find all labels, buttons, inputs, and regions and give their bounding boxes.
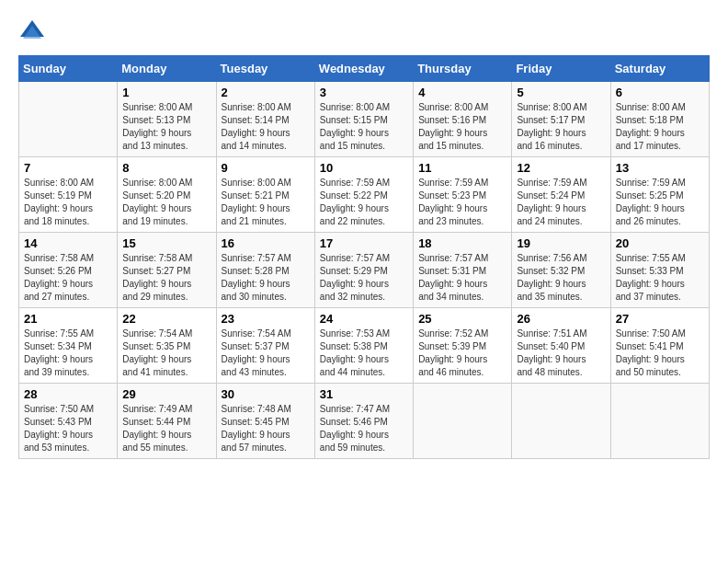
day-number: 22 xyxy=(122,312,210,326)
calendar-cell: 13Sunrise: 7:59 AM Sunset: 5:25 PM Dayli… xyxy=(610,157,709,233)
day-info: Sunrise: 7:48 AM Sunset: 5:45 PM Dayligh… xyxy=(222,403,310,454)
day-number: 1 xyxy=(122,86,210,99)
calendar-cell: 7Sunrise: 8:00 AM Sunset: 5:19 PM Daylig… xyxy=(19,157,118,233)
calendar-cell: 22Sunrise: 7:54 AM Sunset: 5:35 PM Dayli… xyxy=(118,308,216,384)
day-info: Sunrise: 8:00 AM Sunset: 5:20 PM Dayligh… xyxy=(122,177,210,228)
day-number: 27 xyxy=(616,312,704,326)
day-info: Sunrise: 7:59 AM Sunset: 5:24 PM Dayligh… xyxy=(517,177,605,228)
calendar-cell: 10Sunrise: 7:59 AM Sunset: 5:22 PM Dayli… xyxy=(314,157,413,233)
calendar-cell: 12Sunrise: 7:59 AM Sunset: 5:24 PM Dayli… xyxy=(512,157,610,233)
day-number: 21 xyxy=(24,312,112,326)
calendar-cell: 2Sunrise: 8:00 AM Sunset: 5:14 PM Daylig… xyxy=(216,82,314,157)
day-number: 2 xyxy=(222,86,310,99)
calendar-cell: 20Sunrise: 7:55 AM Sunset: 5:33 PM Dayli… xyxy=(610,233,709,308)
calendar-cell: 17Sunrise: 7:57 AM Sunset: 5:29 PM Dayli… xyxy=(314,233,413,308)
calendar-cell xyxy=(414,384,512,459)
day-number: 19 xyxy=(517,236,605,250)
day-info: Sunrise: 7:59 AM Sunset: 5:22 PM Dayligh… xyxy=(320,177,408,228)
column-header-sunday: Sunday xyxy=(19,56,118,82)
day-number: 17 xyxy=(320,236,408,250)
day-info: Sunrise: 8:00 AM Sunset: 5:14 PM Dayligh… xyxy=(222,101,310,153)
logo-icon xyxy=(18,18,46,46)
column-header-monday: Monday xyxy=(118,56,216,82)
calendar-week-2: 7Sunrise: 8:00 AM Sunset: 5:19 PM Daylig… xyxy=(19,157,710,233)
day-info: Sunrise: 7:55 AM Sunset: 5:33 PM Dayligh… xyxy=(616,252,704,304)
day-number: 28 xyxy=(24,387,112,401)
calendar-cell: 19Sunrise: 7:56 AM Sunset: 5:32 PM Dayli… xyxy=(512,233,610,308)
day-number: 8 xyxy=(122,161,210,175)
calendar-cell: 30Sunrise: 7:48 AM Sunset: 5:45 PM Dayli… xyxy=(216,384,314,459)
day-info: Sunrise: 7:57 AM Sunset: 5:28 PM Dayligh… xyxy=(222,252,310,304)
calendar-cell: 16Sunrise: 7:57 AM Sunset: 5:28 PM Dayli… xyxy=(216,233,314,308)
header-row: SundayMondayTuesdayWednesdayThursdayFrid… xyxy=(19,56,710,82)
day-number: 30 xyxy=(222,387,310,401)
calendar-cell: 4Sunrise: 8:00 AM Sunset: 5:16 PM Daylig… xyxy=(414,82,512,157)
calendar-cell: 14Sunrise: 7:58 AM Sunset: 5:26 PM Dayli… xyxy=(19,233,118,308)
column-header-tuesday: Tuesday xyxy=(216,56,314,82)
day-number: 16 xyxy=(222,236,310,250)
day-number: 31 xyxy=(320,387,408,401)
day-info: Sunrise: 7:59 AM Sunset: 5:25 PM Dayligh… xyxy=(616,177,704,228)
calendar-cell: 8Sunrise: 8:00 AM Sunset: 5:20 PM Daylig… xyxy=(118,157,216,233)
day-number: 20 xyxy=(616,236,704,250)
day-info: Sunrise: 7:53 AM Sunset: 5:38 PM Dayligh… xyxy=(320,327,408,379)
calendar-week-3: 14Sunrise: 7:58 AM Sunset: 5:26 PM Dayli… xyxy=(19,233,710,308)
calendar-cell: 3Sunrise: 8:00 AM Sunset: 5:15 PM Daylig… xyxy=(314,82,413,157)
calendar-cell: 28Sunrise: 7:50 AM Sunset: 5:43 PM Dayli… xyxy=(19,384,118,459)
day-number: 10 xyxy=(320,161,408,175)
day-info: Sunrise: 7:52 AM Sunset: 5:39 PM Dayligh… xyxy=(418,327,506,379)
logo xyxy=(18,18,50,46)
day-info: Sunrise: 7:54 AM Sunset: 5:35 PM Dayligh… xyxy=(122,327,210,379)
calendar-cell: 6Sunrise: 8:00 AM Sunset: 5:18 PM Daylig… xyxy=(610,82,709,157)
day-number: 11 xyxy=(418,161,506,175)
calendar-cell xyxy=(19,82,118,157)
day-number: 29 xyxy=(122,387,210,401)
day-number: 25 xyxy=(418,312,506,326)
calendar-cell: 27Sunrise: 7:50 AM Sunset: 5:41 PM Dayli… xyxy=(610,308,709,384)
day-info: Sunrise: 7:50 AM Sunset: 5:43 PM Dayligh… xyxy=(24,403,112,454)
calendar-week-5: 28Sunrise: 7:50 AM Sunset: 5:43 PM Dayli… xyxy=(19,384,710,459)
calendar-cell: 29Sunrise: 7:49 AM Sunset: 5:44 PM Dayli… xyxy=(118,384,216,459)
day-info: Sunrise: 7:55 AM Sunset: 5:34 PM Dayligh… xyxy=(24,327,112,379)
calendar-cell: 11Sunrise: 7:59 AM Sunset: 5:23 PM Dayli… xyxy=(414,157,512,233)
calendar-cell xyxy=(512,384,610,459)
day-info: Sunrise: 8:00 AM Sunset: 5:16 PM Dayligh… xyxy=(418,101,506,153)
day-number: 3 xyxy=(320,86,408,99)
day-info: Sunrise: 7:58 AM Sunset: 5:26 PM Dayligh… xyxy=(24,252,112,304)
calendar-cell: 31Sunrise: 7:47 AM Sunset: 5:46 PM Dayli… xyxy=(314,384,413,459)
day-info: Sunrise: 7:59 AM Sunset: 5:23 PM Dayligh… xyxy=(418,177,506,228)
column-header-thursday: Thursday xyxy=(414,56,512,82)
day-number: 6 xyxy=(616,86,704,99)
day-info: Sunrise: 7:57 AM Sunset: 5:31 PM Dayligh… xyxy=(418,252,506,304)
day-info: Sunrise: 8:00 AM Sunset: 5:15 PM Dayligh… xyxy=(320,101,408,153)
day-info: Sunrise: 8:00 AM Sunset: 5:18 PM Dayligh… xyxy=(616,101,704,153)
calendar-cell xyxy=(610,384,709,459)
column-header-wednesday: Wednesday xyxy=(314,56,413,82)
day-info: Sunrise: 7:54 AM Sunset: 5:37 PM Dayligh… xyxy=(222,327,310,379)
day-number: 7 xyxy=(24,161,112,175)
day-info: Sunrise: 7:58 AM Sunset: 5:27 PM Dayligh… xyxy=(122,252,210,304)
day-number: 23 xyxy=(222,312,310,326)
day-info: Sunrise: 8:00 AM Sunset: 5:19 PM Dayligh… xyxy=(24,177,112,228)
calendar-cell: 1Sunrise: 8:00 AM Sunset: 5:13 PM Daylig… xyxy=(118,82,216,157)
day-number: 4 xyxy=(418,86,506,99)
day-info: Sunrise: 8:00 AM Sunset: 5:17 PM Dayligh… xyxy=(517,101,605,153)
day-number: 24 xyxy=(320,312,408,326)
calendar-table: SundayMondayTuesdayWednesdayThursdayFrid… xyxy=(18,55,710,459)
column-header-saturday: Saturday xyxy=(610,56,709,82)
calendar-cell: 18Sunrise: 7:57 AM Sunset: 5:31 PM Dayli… xyxy=(414,233,512,308)
day-number: 14 xyxy=(24,236,112,250)
day-info: Sunrise: 8:00 AM Sunset: 5:13 PM Dayligh… xyxy=(122,101,210,153)
calendar-cell: 24Sunrise: 7:53 AM Sunset: 5:38 PM Dayli… xyxy=(314,308,413,384)
day-number: 15 xyxy=(122,236,210,250)
calendar-cell: 9Sunrise: 8:00 AM Sunset: 5:21 PM Daylig… xyxy=(216,157,314,233)
calendar-cell: 5Sunrise: 8:00 AM Sunset: 5:17 PM Daylig… xyxy=(512,82,610,157)
day-info: Sunrise: 7:47 AM Sunset: 5:46 PM Dayligh… xyxy=(320,403,408,454)
day-info: Sunrise: 7:56 AM Sunset: 5:32 PM Dayligh… xyxy=(517,252,605,304)
page-header xyxy=(18,18,710,46)
calendar-cell: 26Sunrise: 7:51 AM Sunset: 5:40 PM Dayli… xyxy=(512,308,610,384)
calendar-cell: 15Sunrise: 7:58 AM Sunset: 5:27 PM Dayli… xyxy=(118,233,216,308)
day-info: Sunrise: 8:00 AM Sunset: 5:21 PM Dayligh… xyxy=(222,177,310,228)
day-info: Sunrise: 7:49 AM Sunset: 5:44 PM Dayligh… xyxy=(122,403,210,454)
calendar-cell: 21Sunrise: 7:55 AM Sunset: 5:34 PM Dayli… xyxy=(19,308,118,384)
